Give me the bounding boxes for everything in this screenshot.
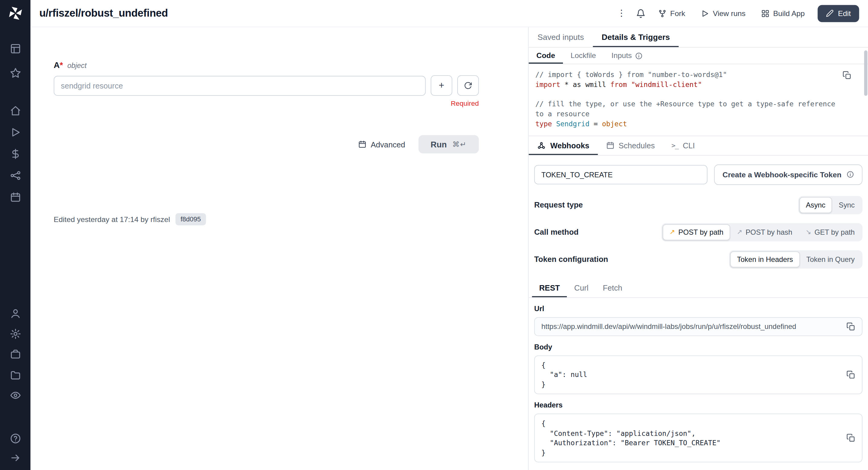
body-section: Body { "a": null } — [529, 336, 868, 394]
object-input[interactable] — [54, 75, 426, 95]
post-by-hash-option[interactable]: ↗ POST by hash — [730, 224, 799, 240]
main-column: u/rfiszel/robust_undefined ⋮ Fork View r… — [31, 0, 868, 470]
copy-body-button[interactable] — [846, 370, 855, 379]
windmill-logo-icon[interactable] — [7, 5, 23, 21]
token-config-label: Token configuration — [534, 255, 608, 263]
arrow-up-right-icon: ↗ — [737, 229, 742, 235]
topbar-actions: ⋮ Fork View runs Build App — [614, 5, 859, 22]
build-app-button[interactable]: Build App — [755, 5, 811, 21]
grid-icon[interactable] — [10, 43, 21, 54]
run-label: Run — [431, 139, 447, 149]
content: A* object + Required Advanced — [31, 27, 868, 470]
tab-inputs[interactable]: Inputs — [604, 48, 651, 64]
token-row: Create a Webhook-specific Token — [529, 155, 868, 191]
tab-fetch[interactable]: Fetch — [596, 278, 629, 297]
run-shortcut: ⌘↵ — [453, 140, 467, 148]
user-icon[interactable] — [10, 308, 21, 319]
copy-url-button[interactable] — [846, 322, 855, 331]
calendar-icon[interactable] — [10, 191, 21, 203]
edited-row: Edited yesterday at 17:14 by rfiszel f8d… — [54, 213, 528, 225]
token-in-headers-option[interactable]: Token in Headers — [730, 251, 800, 267]
call-method-label: Call method — [534, 227, 579, 236]
kebab-menu-button[interactable]: ⋮ — [614, 5, 629, 21]
url-value: https://app.windmill.dev/api/w/windmill-… — [541, 322, 841, 331]
pane-tabs: Saved inputs Details & Triggers — [529, 27, 868, 48]
scrollbar-thumb[interactable] — [864, 51, 867, 96]
view-runs-label: View runs — [713, 9, 745, 17]
play-icon[interactable] — [10, 127, 21, 138]
advanced-label: Advanced — [371, 140, 405, 149]
calendar-icon — [358, 140, 366, 148]
topbar: u/rfiszel/robust_undefined ⋮ Fork View r… — [31, 0, 868, 27]
plus-icon: + — [439, 81, 444, 90]
home-icon[interactable] — [10, 105, 21, 116]
tab-curl[interactable]: Curl — [567, 278, 596, 297]
fork-button[interactable]: Fork — [652, 5, 691, 21]
create-webhook-token-button[interactable]: Create a Webhook-specific Token — [714, 164, 863, 185]
eye-icon[interactable] — [10, 390, 21, 401]
gear-icon[interactable] — [10, 328, 21, 340]
field-type-label: object — [67, 61, 87, 69]
run-button[interactable]: Run ⌘↵ — [418, 135, 479, 153]
token-config-toggle: Token in Headers Token in Query — [730, 250, 863, 268]
advanced-button[interactable]: Advanced — [352, 136, 411, 153]
briefcase-icon[interactable] — [10, 349, 21, 360]
arrow-right-icon[interactable] — [10, 452, 21, 463]
headers-label: Headers — [534, 401, 863, 409]
add-resource-button[interactable]: + — [431, 75, 452, 96]
sync-option[interactable]: Sync — [832, 197, 861, 213]
tab-cli[interactable]: >_ CLI — [663, 136, 703, 155]
page-title: u/rfiszel/robust_undefined — [39, 7, 168, 19]
tab-lockfile[interactable]: Lockfile — [563, 48, 604, 64]
copy-icon — [843, 71, 851, 80]
copy-code-button[interactable] — [843, 71, 851, 80]
star-icon[interactable] — [10, 68, 21, 79]
build-app-label: Build App — [773, 9, 805, 17]
info-icon — [846, 171, 855, 179]
help-icon[interactable] — [10, 433, 21, 444]
fork-label: Fork — [670, 9, 685, 17]
tab-code[interactable]: Code — [529, 48, 563, 64]
share-network-icon[interactable] — [10, 170, 21, 181]
headers-box: { "Content-Type": "application/json", "A… — [534, 413, 863, 462]
edit-button[interactable]: Edit — [817, 5, 859, 22]
tab-rest[interactable]: REST — [532, 278, 567, 297]
pencil-icon — [826, 9, 834, 17]
tab-schedules[interactable]: Schedules — [598, 136, 663, 155]
request-type-row: Request type Async Sync — [529, 191, 868, 218]
view-runs-button[interactable]: View runs — [695, 5, 752, 21]
refresh-button[interactable] — [457, 75, 479, 96]
arrow-up-right-icon: ↗ — [670, 229, 675, 235]
field-header: A* object — [54, 60, 528, 70]
field-name: A* — [54, 60, 63, 70]
url-section: Url https://app.windmill.dev/api/w/windm… — [529, 297, 868, 336]
copy-headers-button[interactable] — [846, 434, 855, 442]
async-option[interactable]: Async — [799, 197, 832, 213]
body-box: { "a": null } — [534, 355, 863, 394]
headers-section: Headers { "Content-Type": "application/j… — [529, 394, 868, 462]
dollar-icon[interactable] — [10, 148, 21, 159]
request-type-label: Request type — [534, 200, 583, 209]
tab-saved-inputs[interactable]: Saved inputs — [529, 27, 593, 47]
tab-webhooks[interactable]: Webhooks — [529, 136, 597, 155]
token-input[interactable] — [534, 165, 708, 184]
info-icon — [635, 52, 643, 60]
body-content: { "a": null } — [541, 360, 841, 389]
notifications-button[interactable] — [632, 5, 648, 21]
arrow-down-right-icon: ↘ — [805, 229, 811, 235]
app-grid-icon — [761, 9, 769, 17]
edited-text: Edited yesterday at 17:14 by rfiszel — [54, 215, 170, 223]
call-method-toggle: ↗ POST by path ↗ POST by hash ↘ GET by p… — [662, 223, 863, 241]
get-by-path-option[interactable]: ↘ GET by path — [799, 224, 861, 240]
refresh-icon — [464, 81, 472, 89]
bell-icon — [636, 8, 645, 18]
tab-details-triggers[interactable]: Details & Triggers — [593, 27, 679, 47]
headers-content: { "Content-Type": "application/json", "A… — [541, 419, 841, 457]
code-tabs: Code Lockfile Inputs — [529, 48, 868, 64]
details-pane: Saved inputs Details & Triggers Code Loc… — [528, 27, 868, 470]
folder-icon[interactable] — [10, 369, 21, 381]
git-fork-icon — [658, 9, 666, 17]
post-by-path-option[interactable]: ↗ POST by path — [663, 224, 730, 240]
token-config-row: Token configuration Token in Headers Tok… — [529, 246, 868, 273]
token-in-query-option[interactable]: Token in Query — [800, 251, 861, 267]
